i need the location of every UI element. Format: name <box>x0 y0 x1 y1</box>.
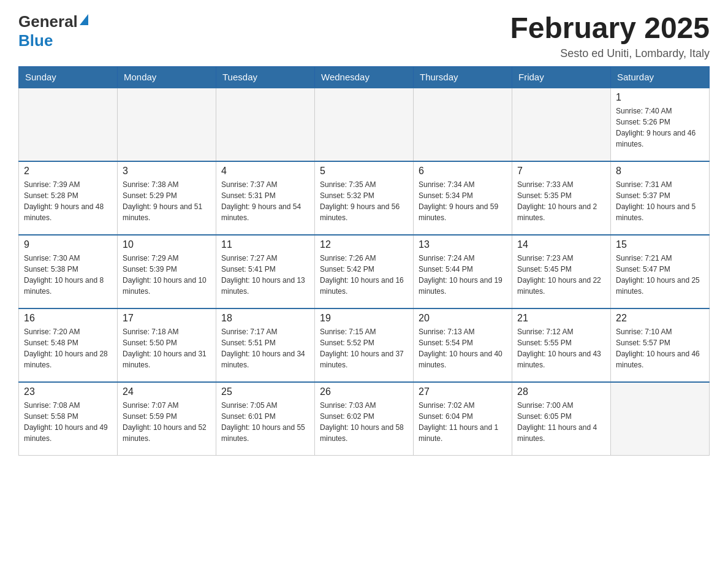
day-header-saturday: Saturday <box>611 66 710 88</box>
calendar-cell: 26Sunrise: 7:03 AM Sunset: 6:02 PM Dayli… <box>315 382 414 456</box>
day-header-friday: Friday <box>512 66 611 88</box>
day-number: 10 <box>123 239 211 250</box>
day-info: Sunrise: 7:30 AM Sunset: 5:38 PM Dayligh… <box>24 253 112 297</box>
day-info: Sunrise: 7:35 AM Sunset: 5:32 PM Dayligh… <box>320 179 408 223</box>
calendar-cell: 9Sunrise: 7:30 AM Sunset: 5:38 PM Daylig… <box>19 235 118 308</box>
logo-general-text: General <box>18 12 78 31</box>
day-info: Sunrise: 7:12 AM Sunset: 5:55 PM Dayligh… <box>517 326 605 370</box>
day-info: Sunrise: 7:38 AM Sunset: 5:29 PM Dayligh… <box>123 179 211 223</box>
day-number: 25 <box>221 386 309 397</box>
day-info: Sunrise: 7:33 AM Sunset: 5:35 PM Dayligh… <box>517 179 605 223</box>
calendar-cell: 1Sunrise: 7:40 AM Sunset: 5:26 PM Daylig… <box>611 88 710 161</box>
calendar-cell: 14Sunrise: 7:23 AM Sunset: 5:45 PM Dayli… <box>512 235 611 308</box>
calendar-cell: 2Sunrise: 7:39 AM Sunset: 5:28 PM Daylig… <box>19 161 118 235</box>
day-info: Sunrise: 7:23 AM Sunset: 5:45 PM Dayligh… <box>517 253 605 297</box>
calendar-week-2: 2Sunrise: 7:39 AM Sunset: 5:28 PM Daylig… <box>19 161 710 235</box>
day-header-monday: Monday <box>118 66 216 88</box>
calendar-body: 1Sunrise: 7:40 AM Sunset: 5:26 PM Daylig… <box>19 88 710 456</box>
day-info: Sunrise: 7:20 AM Sunset: 5:48 PM Dayligh… <box>24 326 112 370</box>
calendar-cell: 25Sunrise: 7:05 AM Sunset: 6:01 PM Dayli… <box>216 382 315 456</box>
day-info: Sunrise: 7:10 AM Sunset: 5:57 PM Dayligh… <box>616 326 704 370</box>
calendar-cell <box>611 382 710 456</box>
day-number: 23 <box>24 386 112 397</box>
day-info: Sunrise: 7:31 AM Sunset: 5:37 PM Dayligh… <box>616 179 704 223</box>
calendar-cell: 5Sunrise: 7:35 AM Sunset: 5:32 PM Daylig… <box>315 161 414 235</box>
day-info: Sunrise: 7:07 AM Sunset: 5:59 PM Dayligh… <box>123 400 211 444</box>
day-info: Sunrise: 7:02 AM Sunset: 6:04 PM Dayligh… <box>419 400 507 444</box>
day-info: Sunrise: 7:08 AM Sunset: 5:58 PM Dayligh… <box>24 400 112 444</box>
day-info: Sunrise: 7:15 AM Sunset: 5:52 PM Dayligh… <box>320 326 408 370</box>
calendar-cell <box>216 88 315 161</box>
day-number: 21 <box>517 313 605 324</box>
calendar-cell: 21Sunrise: 7:12 AM Sunset: 5:55 PM Dayli… <box>512 308 611 382</box>
calendar-cell: 15Sunrise: 7:21 AM Sunset: 5:47 PM Dayli… <box>611 235 710 308</box>
day-number: 13 <box>419 239 507 250</box>
day-header-tuesday: Tuesday <box>216 66 315 88</box>
calendar-cell: 4Sunrise: 7:37 AM Sunset: 5:31 PM Daylig… <box>216 161 315 235</box>
calendar-week-1: 1Sunrise: 7:40 AM Sunset: 5:26 PM Daylig… <box>19 88 710 161</box>
day-info: Sunrise: 7:17 AM Sunset: 5:51 PM Dayligh… <box>221 326 309 370</box>
day-info: Sunrise: 7:34 AM Sunset: 5:34 PM Dayligh… <box>419 179 507 223</box>
calendar-cell: 6Sunrise: 7:34 AM Sunset: 5:34 PM Daylig… <box>414 161 512 235</box>
day-number: 20 <box>419 313 507 324</box>
day-number: 12 <box>320 239 408 250</box>
calendar-header: SundayMondayTuesdayWednesdayThursdayFrid… <box>19 66 710 88</box>
page-header: General Blue February 2025 Sesto ed Unit… <box>18 12 710 60</box>
day-info: Sunrise: 7:24 AM Sunset: 5:44 PM Dayligh… <box>419 253 507 297</box>
calendar-cell: 19Sunrise: 7:15 AM Sunset: 5:52 PM Dayli… <box>315 308 414 382</box>
calendar-cell: 13Sunrise: 7:24 AM Sunset: 5:44 PM Dayli… <box>414 235 512 308</box>
day-info: Sunrise: 7:27 AM Sunset: 5:41 PM Dayligh… <box>221 253 309 297</box>
location-subtitle: Sesto ed Uniti, Lombardy, Italy <box>510 47 710 60</box>
day-number: 8 <box>616 166 704 177</box>
day-info: Sunrise: 7:21 AM Sunset: 5:47 PM Dayligh… <box>616 253 704 297</box>
day-number: 3 <box>123 166 211 177</box>
calendar-cell: 23Sunrise: 7:08 AM Sunset: 5:58 PM Dayli… <box>19 382 118 456</box>
calendar-cell: 17Sunrise: 7:18 AM Sunset: 5:50 PM Dayli… <box>118 308 216 382</box>
calendar-cell: 11Sunrise: 7:27 AM Sunset: 5:41 PM Dayli… <box>216 235 315 308</box>
calendar-cell: 8Sunrise: 7:31 AM Sunset: 5:37 PM Daylig… <box>611 161 710 235</box>
calendar-cell: 7Sunrise: 7:33 AM Sunset: 5:35 PM Daylig… <box>512 161 611 235</box>
calendar-cell: 3Sunrise: 7:38 AM Sunset: 5:29 PM Daylig… <box>118 161 216 235</box>
calendar-week-5: 23Sunrise: 7:08 AM Sunset: 5:58 PM Dayli… <box>19 382 710 456</box>
day-number: 28 <box>517 386 605 397</box>
day-number: 6 <box>419 166 507 177</box>
day-info: Sunrise: 7:29 AM Sunset: 5:39 PM Dayligh… <box>123 253 211 297</box>
day-number: 27 <box>419 386 507 397</box>
calendar-cell <box>118 88 216 161</box>
calendar-table: SundayMondayTuesdayWednesdayThursdayFrid… <box>18 66 710 456</box>
svg-marker-0 <box>80 14 88 25</box>
calendar-cell: 20Sunrise: 7:13 AM Sunset: 5:54 PM Dayli… <box>414 308 512 382</box>
logo: General Blue <box>18 12 88 50</box>
day-number: 17 <box>123 313 211 324</box>
logo-blue-text: Blue <box>18 31 53 50</box>
calendar-cell <box>414 88 512 161</box>
calendar-cell: 22Sunrise: 7:10 AM Sunset: 5:57 PM Dayli… <box>611 308 710 382</box>
title-section: February 2025 Sesto ed Uniti, Lombardy, … <box>510 12 710 60</box>
calendar-cell: 28Sunrise: 7:00 AM Sunset: 6:05 PM Dayli… <box>512 382 611 456</box>
day-info: Sunrise: 7:26 AM Sunset: 5:42 PM Dayligh… <box>320 253 408 297</box>
calendar-cell: 18Sunrise: 7:17 AM Sunset: 5:51 PM Dayli… <box>216 308 315 382</box>
day-number: 22 <box>616 313 704 324</box>
calendar-week-3: 9Sunrise: 7:30 AM Sunset: 5:38 PM Daylig… <box>19 235 710 308</box>
day-info: Sunrise: 7:05 AM Sunset: 6:01 PM Dayligh… <box>221 400 309 444</box>
day-number: 15 <box>616 239 704 250</box>
day-info: Sunrise: 7:03 AM Sunset: 6:02 PM Dayligh… <box>320 400 408 444</box>
logo-triangle-icon <box>80 14 88 28</box>
calendar-cell <box>512 88 611 161</box>
day-number: 24 <box>123 386 211 397</box>
calendar-cell: 16Sunrise: 7:20 AM Sunset: 5:48 PM Dayli… <box>19 308 118 382</box>
calendar-week-4: 16Sunrise: 7:20 AM Sunset: 5:48 PM Dayli… <box>19 308 710 382</box>
day-header-sunday: Sunday <box>19 66 118 88</box>
day-number: 9 <box>24 239 112 250</box>
calendar-cell <box>315 88 414 161</box>
calendar-cell <box>19 88 118 161</box>
day-number: 18 <box>221 313 309 324</box>
day-info: Sunrise: 7:39 AM Sunset: 5:28 PM Dayligh… <box>24 179 112 223</box>
day-number: 14 <box>517 239 605 250</box>
calendar-cell: 27Sunrise: 7:02 AM Sunset: 6:04 PM Dayli… <box>414 382 512 456</box>
day-number: 11 <box>221 239 309 250</box>
day-info: Sunrise: 7:37 AM Sunset: 5:31 PM Dayligh… <box>221 179 309 223</box>
day-number: 19 <box>320 313 408 324</box>
day-info: Sunrise: 7:13 AM Sunset: 5:54 PM Dayligh… <box>419 326 507 370</box>
day-number: 16 <box>24 313 112 324</box>
